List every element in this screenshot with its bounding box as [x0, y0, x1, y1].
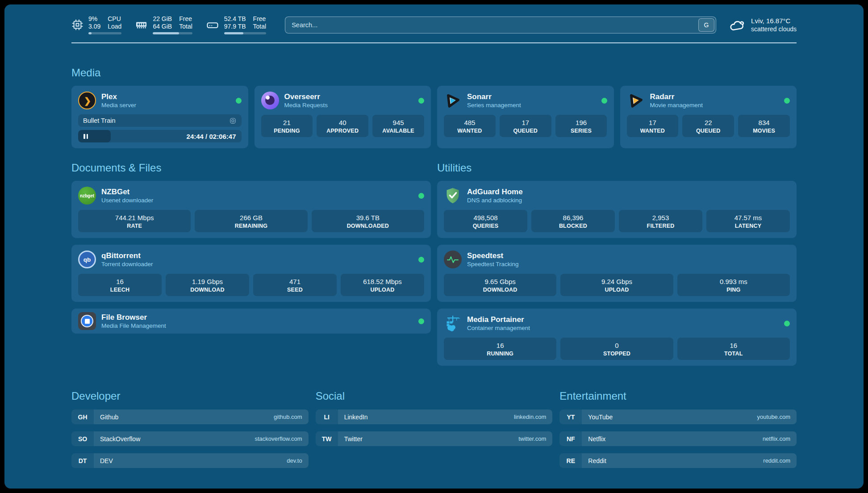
stat-label: PING — [679, 287, 788, 293]
bookmark-youtube[interactable]: YT YouTube youtube.com — [559, 409, 797, 424]
bookmark-netflix[interactable]: NF Netflix netflix.com — [559, 431, 797, 446]
service-card-nzbget[interactable]: nzbget NZBGet Usenet downloader 744.21 M… — [71, 181, 431, 238]
service-card-filebrowser[interactable]: File Browser Media File Management — [71, 309, 431, 334]
bookmark-dev[interactable]: DT DEV dev.to — [71, 453, 309, 468]
cpu-load-label: Load — [108, 23, 121, 30]
bookmark-url: dev.to — [287, 457, 302, 464]
radarr-icon — [626, 91, 646, 110]
pause-button[interactable] — [78, 134, 88, 139]
bookmark-url: youtube.com — [757, 414, 790, 420]
resource-disk: 52.4 TB 97.9 TB Free Total — [206, 15, 266, 34]
stat-value: 39.6 TB — [313, 213, 422, 222]
speedtest-pulse-icon — [444, 251, 462, 268]
playback-time: 24:44 / 02:06:47 — [187, 133, 242, 140]
stat-value: 16 — [80, 277, 160, 286]
bookmark-reddit[interactable]: RE Reddit reddit.com — [559, 453, 797, 468]
stat-value: 47.57 ms — [708, 213, 788, 222]
memory-total-value: 64 GiB — [153, 23, 172, 30]
stat-value: 834 — [740, 118, 788, 127]
stat-value: 21 — [263, 118, 311, 127]
weather-condition: scattered clouds — [751, 25, 797, 33]
stat-label: FILTERED — [621, 223, 701, 229]
stat-value: 196 — [557, 118, 605, 127]
stat-value: 1.19 Gbps — [167, 277, 247, 286]
stat-label: SEED — [255, 287, 335, 293]
stat-label: UPLOAD — [342, 287, 422, 293]
service-card-radarr[interactable]: Radarr Movie management 17 WANTED 22 QUE… — [620, 86, 797, 148]
stat-running: 16 RUNNING — [444, 338, 556, 360]
service-card-qbittorrent[interactable]: qb qBittorrent Torrent downloader 16 LEE… — [71, 245, 431, 302]
disk-progress-track — [224, 32, 266, 34]
memory-free-label: Free — [179, 15, 192, 23]
search-input[interactable] — [285, 17, 716, 33]
stat-label: APPROVED — [318, 128, 367, 134]
nzbget-icon: nzbget — [78, 187, 96, 205]
service-card-portainer[interactable]: Media Portainer Container management 16 … — [437, 309, 797, 366]
service-card-speedtest[interactable]: Speedtest Speedtest Tracking 9.65 Gbps D… — [437, 245, 797, 302]
section-title-documents: Documents & Files — [71, 162, 431, 174]
section-title-media: Media — [71, 67, 797, 79]
bookmark-group-developer: Developer GH Github github.com SO StackO… — [71, 390, 309, 468]
bookmark-name: Github — [100, 414, 118, 421]
service-card-adguard[interactable]: AdGuard Home DNS and adblocking 498,508 … — [437, 181, 797, 238]
stat-label: QUEUED — [501, 128, 550, 134]
status-dot — [601, 98, 607, 104]
bookmark-abbr: LI — [316, 409, 338, 424]
service-card-sonarr[interactable]: Sonarr Series management 485 WANTED 17 Q… — [437, 86, 614, 148]
bookmark-linkedin[interactable]: LI LinkedIn linkedin.com — [316, 409, 553, 424]
stat-label: WANTED — [446, 128, 494, 134]
stat-label: DOWNLOAD — [167, 287, 247, 293]
stat-value: 471 — [255, 277, 335, 286]
service-name: Speedtest — [467, 251, 519, 260]
stat-download: 1.19 Gbps DOWNLOAD — [166, 274, 249, 296]
bookmark-url: stackoverflow.com — [255, 435, 302, 442]
service-subtitle: Media server — [101, 101, 136, 109]
sonarr-icon — [443, 91, 463, 110]
cpu-usage-label: CPU — [108, 15, 121, 23]
bookmark-name: DEV — [100, 457, 113, 464]
bookmark-abbr: TW — [316, 431, 338, 446]
stat-available: 945 AVAILABLE — [372, 115, 424, 137]
weather-location-temp: Lviv, 16.87°C — [751, 17, 797, 25]
memory-total-label: Total — [179, 23, 192, 30]
stat-filtered: 2,953 FILTERED — [619, 210, 702, 232]
service-card-overseerr[interactable]: Overseerr Media Requests 21 PENDING 40 A… — [255, 86, 431, 148]
topbar-divider — [71, 42, 797, 43]
stat-label: STOPPED — [562, 351, 671, 357]
status-dot — [784, 321, 790, 326]
memory-free-value: 22 GiB — [153, 15, 172, 23]
plex-icon: ❯ — [78, 92, 96, 109]
stat-series: 196 SERIES — [555, 115, 607, 137]
service-name: File Browser — [101, 313, 166, 322]
service-card-plex[interactable]: ❯ Plex Media server Bullet Train — [71, 86, 248, 148]
portainer-crane-icon — [444, 314, 462, 332]
stat-value: 9.24 Gbps — [562, 277, 671, 286]
bookmark-stackoverflow[interactable]: SO StackOverflow stackoverflow.com — [71, 431, 309, 446]
stat-upload: 618.52 Mbps UPLOAD — [341, 274, 424, 296]
status-dot — [418, 193, 424, 199]
stat-approved: 40 APPROVED — [317, 115, 368, 137]
service-subtitle: Usenet downloader — [101, 196, 153, 204]
bookmark-url: twitter.com — [518, 435, 546, 442]
service-name: qBittorrent — [101, 251, 153, 260]
bookmark-group-entertainment: Entertainment YT YouTube youtube.com NF … — [559, 390, 797, 468]
bookmark-name: Reddit — [588, 457, 606, 464]
stat-label: DOWNLOADED — [313, 223, 422, 229]
stat-label: PENDING — [263, 128, 311, 134]
bookmark-twitter[interactable]: TW Twitter twitter.com — [316, 431, 553, 446]
service-name: Sonarr — [467, 92, 521, 101]
disk-icon — [206, 18, 219, 32]
qbittorrent-icon: qb — [78, 251, 96, 268]
topbar: 9% 3.09 CPU Load — [71, 15, 797, 34]
memory-progress-fill — [153, 32, 179, 34]
stat-wanted: 17 WANTED — [627, 115, 679, 137]
stat-queued: 17 QUEUED — [500, 115, 551, 137]
search-bar: G — [285, 17, 716, 33]
stat-queries: 498,508 QUERIES — [444, 210, 527, 232]
cpu-load-value: 3.09 — [88, 23, 100, 30]
search-provider-button[interactable]: G — [698, 18, 714, 32]
weather-widget: Lviv, 16.87°C scattered clouds — [729, 17, 797, 33]
bookmark-github[interactable]: GH Github github.com — [71, 409, 309, 424]
stat-value: 744.21 Mbps — [80, 213, 189, 222]
stat-download: 9.65 Gbps DOWNLOAD — [444, 274, 556, 296]
